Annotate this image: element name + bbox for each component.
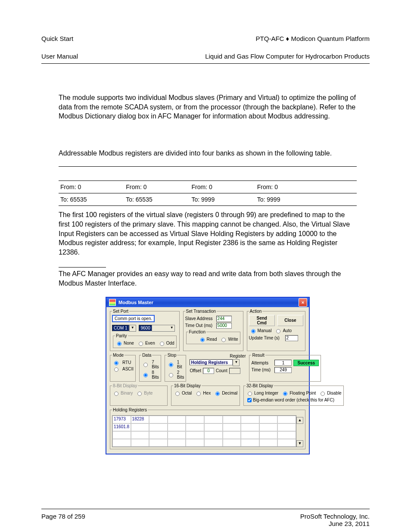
dialog-titlebar[interactable]: Modbus Master × [106, 298, 309, 307]
slave-address-input[interactable] [216, 316, 232, 322]
chevron-down-icon[interactable]: ▼ [233, 359, 240, 366]
function-group: Function Read Write [186, 330, 240, 344]
disable-radio[interactable]: Disable [318, 390, 341, 396]
reg-cell[interactable] [168, 416, 186, 423]
close-action-button[interactable]: Close [277, 315, 303, 326]
send-cmd-button[interactable]: Send Cmd [249, 315, 275, 326]
chevron-down-icon[interactable]: ▼ [129, 325, 136, 332]
data-7-radio[interactable]: 7 Bits [141, 360, 159, 369]
stop-1-radio[interactable]: 1 Bit [167, 360, 184, 369]
header-doc-type: User Manual [41, 53, 78, 60]
timeout-input[interactable] [216, 323, 232, 329]
cell [321, 181, 357, 193]
byte-radio[interactable]: Byte [135, 390, 153, 396]
set-port-group: Set Port Comm port is open. COM 1▼ 9600▼… [110, 309, 180, 351]
action-legend: Action [249, 309, 263, 314]
reg-cell[interactable] [168, 423, 186, 431]
32bit-display-group: 32-Bit Display Long Integer Floating Poi… [243, 383, 344, 406]
cell: To: 9999 [190, 193, 255, 206]
offset-label: Offset [190, 368, 201, 373]
manual-radio[interactable]: Manual [249, 328, 272, 333]
reg-cell[interactable] [204, 416, 223, 423]
reg-cell[interactable] [277, 423, 296, 431]
scroll-up-button[interactable]: ▲ [296, 417, 303, 424]
scroll-down-button[interactable]: ▼ [296, 440, 303, 447]
paragraph-3: The first 100 registers of the virtual s… [59, 210, 357, 257]
parity-even-radio[interactable]: Even [137, 340, 155, 346]
reg-cell[interactable] [259, 423, 278, 431]
hex-radio[interactable]: Hex [194, 390, 211, 396]
data-group: Data 7 Bits 8 Bits [139, 353, 161, 382]
page-header: Quick Start User Manual PTQ-AFC ♦ Modico… [41, 26, 370, 61]
mode-rtu-radio[interactable]: RTU [112, 360, 134, 365]
result-group: Result Attempts Success Time (ms) [249, 353, 321, 382]
update-time-input[interactable] [285, 335, 298, 341]
chevron-down-icon[interactable]: ▼ [152, 325, 175, 332]
32bit-legend: 32-Bit Display [246, 383, 274, 388]
parity-odd-radio[interactable]: Odd [158, 340, 174, 346]
auto-radio[interactable]: Auto [274, 328, 292, 333]
count-label: Count [216, 368, 227, 373]
dialog-title: Modbus Master [118, 300, 153, 305]
big-endian-checkbox[interactable]: Big-endian word order (check this for AF… [246, 397, 342, 404]
reg-cell[interactable] [186, 423, 204, 431]
16bit-display-group: 16-Bit Display Octal Hex Decimal [171, 383, 240, 406]
reg-cell[interactable]: 18228 [131, 416, 149, 423]
reg-cell[interactable] [186, 416, 204, 423]
attempts-value [274, 360, 292, 366]
reg-cell[interactable] [204, 423, 223, 431]
table-row: From: 0 From: 0 From: 0 From: 0 [59, 181, 357, 193]
company-name: ProSoft Technology, Inc. [300, 513, 370, 520]
baud-select[interactable]: 9600 [139, 325, 152, 331]
floating-point-radio[interactable]: Floating Point [281, 390, 316, 396]
long-integer-radio[interactable]: Long Integer [246, 390, 278, 396]
document-date: June 23, 2011 [329, 520, 370, 527]
function-write-radio[interactable]: Write [219, 336, 238, 342]
page-number: Page 78 of 259 [41, 513, 85, 527]
close-button[interactable]: × [299, 298, 307, 307]
decimal-radio[interactable]: Decimal [213, 390, 237, 396]
cell: From: 0 [124, 181, 190, 193]
set-transaction-legend: Set Transaction [185, 309, 217, 314]
section-rule [59, 267, 106, 268]
register-label: Register [230, 354, 246, 358]
header-section: Quick Start [41, 35, 73, 42]
register-type-select[interactable]: Holding Registers [190, 359, 233, 365]
update-time-label: Update Time (s) [249, 336, 283, 340]
data-8-radio[interactable]: 8 Bits [141, 370, 159, 380]
stop-2-radio[interactable]: 2 Bits [167, 370, 184, 380]
binary-radio[interactable]: Binary [112, 390, 133, 396]
octal-radio[interactable]: Octal [173, 390, 192, 396]
reg-cell[interactable] [223, 416, 241, 423]
cell [321, 193, 357, 206]
reg-cell[interactable] [259, 416, 278, 423]
reg-cell[interactable] [149, 416, 168, 423]
attempts-label: Attempts [251, 361, 273, 365]
offset-input[interactable] [203, 368, 214, 374]
time-value [274, 367, 292, 373]
parity-group: Parity None Even Odd [113, 333, 177, 348]
reg-cell[interactable] [277, 416, 296, 423]
paragraph-2: Addressable Modbus registers are divided… [59, 149, 357, 158]
reg-cell[interactable] [131, 423, 149, 431]
8bit-display-group: 8-Bit Display Binary Byte [110, 383, 168, 406]
reg-cell[interactable] [149, 423, 168, 431]
result-legend: Result [251, 353, 265, 358]
mode-ascii-radio[interactable]: ASCII [112, 366, 134, 372]
function-read-radio[interactable]: Read [198, 336, 217, 342]
mode-group: Mode RTU ASCII [110, 353, 136, 382]
action-group: Action Send Cmd Close Manual Auto Update… [247, 309, 305, 351]
mode-legend: Mode [112, 353, 125, 358]
parity-none-radio[interactable]: None [115, 340, 134, 346]
reg-cell[interactable] [241, 423, 259, 431]
reg-cell[interactable] [223, 423, 241, 431]
register-banks-table: From: 0 From: 0 From: 0 From: 0 To: 6553… [59, 166, 357, 206]
com-port-select[interactable]: COM 1 [112, 325, 129, 331]
header-subtitle: Liquid and Gas Flow Computer for Hydroca… [205, 53, 370, 60]
reg-cell[interactable] [241, 416, 259, 423]
8bit-legend: 8-Bit Display [112, 383, 138, 388]
reg-cell[interactable]: 11601.8 [112, 423, 131, 431]
comm-status: Comm port is open. [112, 315, 155, 322]
count-input[interactable] [229, 368, 240, 374]
reg-cell[interactable]: 17973 [112, 416, 131, 423]
